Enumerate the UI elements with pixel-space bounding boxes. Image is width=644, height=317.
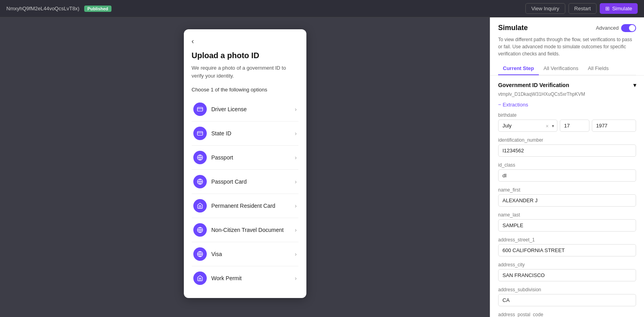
id-option-left-non-citizen-travel-document: Non-Citizen Travel Document: [193, 223, 284, 237]
id-options-list: Driver License › State ID › Passport › P…: [192, 97, 298, 290]
sim-section-id: vtmplv_D1DkaqW31HXuQCs5xrThpKVM: [498, 91, 636, 97]
id-option-left-permanent-resident-card: Permanent Resident Card: [193, 199, 276, 213]
birthdate-day-input[interactable]: [560, 120, 589, 132]
simulate-label: Simulate: [612, 6, 632, 11]
id-option-passport[interactable]: Passport ›: [192, 146, 298, 170]
id-class-input[interactable]: [498, 169, 636, 182]
name-last-field-group: name_last: [498, 212, 636, 232]
simulate-icon: ⊞: [605, 6, 610, 11]
chevron-right-icon-passport: ›: [295, 154, 297, 161]
name-last-input[interactable]: [498, 219, 636, 232]
address-city-input[interactable]: [498, 269, 636, 281]
id-option-icon-passport: [193, 151, 207, 164]
id-option-icon-non-citizen-travel-document: [193, 223, 207, 237]
id-option-label-non-citizen-travel-document: Non-Citizen Travel Document: [212, 227, 284, 233]
address-city-field-group: address_city: [498, 262, 636, 281]
chevron-right-icon-work-permit: ›: [295, 275, 297, 281]
topbar-right: View Inquiry Restart ⊞ Simulate: [525, 3, 638, 14]
birthdate-year-wrap: [592, 120, 636, 132]
sim-title-row: Simulate Advanced: [498, 24, 636, 32]
id-option-label-passport: Passport: [212, 154, 233, 161]
address-subdivision-input[interactable]: [498, 294, 636, 306]
id-option-label-driver-license: Driver License: [212, 106, 247, 112]
id-option-passport-card[interactable]: Passport Card ›: [192, 170, 298, 194]
id-option-left-state-id: State ID: [193, 127, 232, 140]
extractions-minus-icon: −: [498, 102, 501, 108]
id-option-work-permit[interactable]: Work Permit ›: [192, 266, 298, 290]
svg-rect-2: [197, 131, 202, 135]
extractions-label: Extractions: [503, 102, 528, 108]
section-name: Government ID Verification: [498, 82, 569, 88]
id-option-icon-visa: [193, 247, 207, 261]
month-clear-icon[interactable]: ×: [546, 123, 549, 129]
address-street-field-group: address_street_1: [498, 237, 636, 256]
sim-body: Government ID Verification ▾ vtmplv_D1Dk…: [490, 76, 644, 317]
birthdate-year-input[interactable]: [592, 120, 636, 132]
advanced-toggle[interactable]: [621, 24, 636, 32]
back-button[interactable]: ‹: [192, 37, 194, 46]
birthdate-row: July JanuaryFebruaryMarch AprilMayJune A…: [498, 120, 636, 132]
simulate-button[interactable]: ⊞ Simulate: [600, 3, 638, 14]
sim-advanced: Advanced: [596, 24, 636, 32]
name-first-field-group: name_first: [498, 187, 636, 207]
id-option-icon-work-permit: [193, 271, 207, 285]
sim-panel-title: Simulate: [498, 24, 528, 32]
chevron-right-icon-permanent-resident-card: ›: [295, 203, 297, 209]
identification-number-input[interactable]: [498, 144, 636, 157]
birthdate-field-group: birthdate July JanuaryFebruaryMarch Apri…: [498, 112, 636, 132]
address-postal-field-group: address_postal_code: [498, 312, 636, 317]
sim-header: Simulate Advanced To view different path…: [490, 17, 644, 76]
id-class-label: id_class: [498, 162, 636, 168]
birthdate-label: birthdate: [498, 112, 636, 118]
sim-description: To view different paths through the flow…: [498, 36, 636, 57]
birthdate-month-wrap: July JanuaryFebruaryMarch AprilMayJune A…: [498, 120, 557, 132]
chevron-right-icon-passport-card: ›: [295, 178, 297, 185]
id-class-field-group: id_class: [498, 162, 636, 182]
id-option-left-visa: Visa: [193, 247, 222, 261]
simulate-panel: Simulate Advanced To view different path…: [490, 17, 644, 317]
mobile-card: ‹ Upload a photo ID We require a photo o…: [184, 29, 306, 298]
id-option-left-driver-license: Driver License: [193, 103, 247, 116]
id-option-label-visa: Visa: [212, 251, 222, 257]
identification-number-field-group: identification_number: [498, 137, 636, 157]
card-title: Upload a photo ID: [192, 51, 298, 60]
sim-tab-all-fields[interactable]: All Fields: [583, 62, 614, 75]
id-option-left-passport-card: Passport Card: [193, 175, 247, 188]
sim-tab-all-verifications[interactable]: All Verifications: [539, 62, 583, 75]
chevron-right-icon-state-id: ›: [295, 130, 297, 137]
id-option-icon-driver-license: [193, 103, 207, 116]
id-option-permanent-resident-card[interactable]: Permanent Resident Card ›: [192, 194, 298, 218]
address-subdivision-label: address_subdivision: [498, 287, 636, 292]
birthdate-day-wrap: [560, 120, 589, 132]
id-option-label-state-id: State ID: [212, 130, 232, 137]
id-option-state-id[interactable]: State ID ›: [192, 121, 298, 146]
card-description: We require a photo of a government ID to…: [192, 64, 298, 80]
sim-tab-current-step[interactable]: Current Step: [498, 62, 539, 75]
id-option-non-citizen-travel-document[interactable]: Non-Citizen Travel Document ›: [192, 218, 298, 242]
svg-rect-0: [197, 107, 202, 111]
identification-number-label: identification_number: [498, 137, 636, 143]
id-option-driver-license[interactable]: Driver License ›: [192, 97, 298, 121]
chevron-right-icon-visa: ›: [295, 251, 297, 257]
name-first-input[interactable]: [498, 194, 636, 207]
id-option-icon-permanent-resident-card: [193, 199, 207, 213]
topbar-left: NmxyhQ9fM2eL44voQcsLvT8x) Published: [6, 6, 111, 12]
main-layout: ‹ Upload a photo ID We require a photo o…: [0, 17, 644, 317]
id-option-left-work-permit: Work Permit: [193, 271, 242, 285]
address-city-label: address_city: [498, 262, 636, 268]
name-first-label: name_first: [498, 187, 636, 193]
id-option-visa[interactable]: Visa ›: [192, 242, 298, 266]
name-last-label: name_last: [498, 212, 636, 218]
address-street-label: address_street_1: [498, 237, 636, 243]
view-inquiry-button[interactable]: View Inquiry: [525, 3, 565, 14]
app-id: NmxyhQ9fM2eL44voQcsLvT8x): [6, 6, 79, 11]
extractions-toggle[interactable]: − Extractions: [498, 102, 636, 108]
address-street-input[interactable]: [498, 244, 636, 256]
restart-button[interactable]: Restart: [568, 3, 597, 14]
id-option-label-passport-card: Passport Card: [212, 178, 247, 185]
id-option-icon-state-id: [193, 127, 207, 140]
id-option-left-passport: Passport: [193, 151, 233, 164]
chevron-right-icon-non-citizen-travel-document: ›: [295, 227, 297, 233]
chevron-right-icon-driver-license: ›: [295, 106, 297, 112]
id-option-icon-passport-card: [193, 175, 207, 188]
